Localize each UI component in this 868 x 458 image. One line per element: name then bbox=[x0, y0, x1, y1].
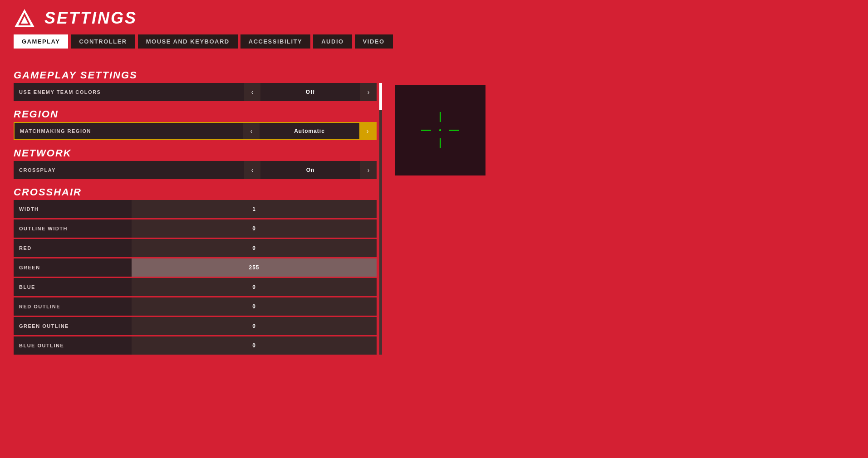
settings-scroll-wrapper: USE ENEMY TEAM COLORS ‹ Off › REGION MAT… bbox=[14, 83, 377, 355]
crosshair-preview bbox=[395, 85, 485, 175]
tab-controller[interactable]: CONTROLLER bbox=[71, 34, 135, 49]
svg-point-7 bbox=[439, 129, 441, 131]
tab-accessibility[interactable]: ACCESSIBILITY bbox=[240, 34, 310, 49]
header: SETTINGS bbox=[0, 0, 868, 33]
settings-panel: GAMEPLAY SETTINGS USE ENEMY TEAM COLORS … bbox=[14, 62, 377, 356]
enemy-colors-value: Off bbox=[260, 89, 360, 95]
width-slider[interactable]: 1 bbox=[132, 200, 377, 218]
outline-width-row: OUTLINE WIDTH 0 bbox=[14, 219, 377, 238]
crossplay-value: On bbox=[260, 167, 360, 173]
width-label: WIDTH bbox=[14, 206, 132, 212]
crossplay-prev-btn[interactable]: ‹ bbox=[244, 161, 260, 179]
tab-gameplay[interactable]: GAMEPLAY bbox=[14, 34, 68, 49]
red-row: RED 0 bbox=[14, 239, 377, 257]
header-title: SETTINGS bbox=[44, 9, 137, 28]
enemy-colors-prev-btn[interactable]: ‹ bbox=[244, 83, 260, 101]
matchmaking-control: ‹ Automatic › bbox=[243, 123, 376, 139]
blue-outline-value: 0 bbox=[252, 342, 256, 349]
matchmaking-prev-btn[interactable]: ‹ bbox=[243, 123, 260, 139]
main-content: GAMEPLAY SETTINGS USE ENEMY TEAM COLORS … bbox=[0, 49, 868, 370]
green-row: GREEN 255 bbox=[14, 258, 377, 277]
section-heading: GAMEPLAY SETTINGS bbox=[14, 69, 377, 81]
red-outline-slider[interactable]: 0 bbox=[132, 297, 377, 316]
enemy-colors-control: ‹ Off › bbox=[244, 83, 377, 101]
outline-width-value: 0 bbox=[252, 225, 256, 232]
enemy-colors-next-btn[interactable]: › bbox=[360, 83, 377, 101]
matchmaking-label: MATCHMAKING REGION bbox=[15, 128, 243, 134]
red-outline-label: RED OUTLINE bbox=[14, 304, 132, 309]
matchmaking-next-btn[interactable]: › bbox=[359, 123, 376, 139]
outline-width-label: OUTLINE WIDTH bbox=[14, 226, 132, 231]
green-outline-row: GREEN OUTLINE 0 bbox=[14, 317, 377, 335]
red-value: 0 bbox=[252, 245, 256, 251]
matchmaking-row: MATCHMAKING REGION ‹ Automatic › bbox=[14, 122, 377, 140]
green-label: GREEN bbox=[14, 265, 132, 270]
red-outline-value: 0 bbox=[252, 303, 256, 310]
scroll-thumb[interactable] bbox=[379, 83, 382, 110]
crossplay-row: CROSSPLAY ‹ On › bbox=[14, 161, 377, 179]
tab-mouse-and-keyboard[interactable]: MOUSE AND KEYBOARD bbox=[138, 34, 238, 49]
logo-icon bbox=[14, 8, 35, 28]
crosshair-svg bbox=[395, 85, 485, 175]
green-outline-label: GREEN OUTLINE bbox=[14, 323, 132, 329]
crosshair-heading: CROSSHAIR bbox=[14, 186, 377, 198]
region-heading: REGION bbox=[14, 108, 377, 120]
blue-slider[interactable]: 0 bbox=[132, 278, 377, 296]
blue-value: 0 bbox=[252, 284, 256, 290]
tab-video[interactable]: VIDEO bbox=[355, 34, 393, 49]
enemy-colors-label: USE ENEMY TEAM COLORS bbox=[14, 89, 244, 95]
green-slider[interactable]: 255 bbox=[132, 258, 377, 277]
green-value: 255 bbox=[249, 264, 259, 271]
red-outline-row: RED OUTLINE 0 bbox=[14, 297, 377, 316]
scrollbar[interactable] bbox=[379, 83, 382, 355]
blue-outline-row: BLUE OUTLINE 0 bbox=[14, 336, 377, 355]
red-slider[interactable]: 0 bbox=[132, 239, 377, 257]
green-outline-slider[interactable]: 0 bbox=[132, 317, 377, 335]
width-row: WIDTH 1 bbox=[14, 200, 377, 218]
tab-audio[interactable]: AUDIO bbox=[313, 34, 352, 49]
crossplay-next-btn[interactable]: › bbox=[360, 161, 377, 179]
outline-width-slider[interactable]: 0 bbox=[132, 219, 377, 238]
blue-outline-label: BLUE OUTLINE bbox=[14, 343, 132, 348]
right-panel bbox=[395, 62, 854, 356]
nav-tabs: GAMEPLAY CONTROLLER MOUSE AND KEYBOARD A… bbox=[0, 34, 868, 49]
red-label: RED bbox=[14, 245, 132, 251]
crossplay-label: CROSSPLAY bbox=[14, 167, 244, 173]
crossplay-control: ‹ On › bbox=[244, 161, 377, 179]
blue-outline-slider[interactable]: 0 bbox=[132, 336, 377, 355]
matchmaking-value: Automatic bbox=[260, 128, 359, 134]
green-outline-value: 0 bbox=[252, 323, 256, 329]
blue-row: BLUE 0 bbox=[14, 278, 377, 296]
blue-label: BLUE bbox=[14, 284, 132, 290]
network-heading: NETWORK bbox=[14, 147, 377, 159]
enemy-colors-row: USE ENEMY TEAM COLORS ‹ Off › bbox=[14, 83, 377, 101]
width-value: 1 bbox=[252, 206, 256, 212]
